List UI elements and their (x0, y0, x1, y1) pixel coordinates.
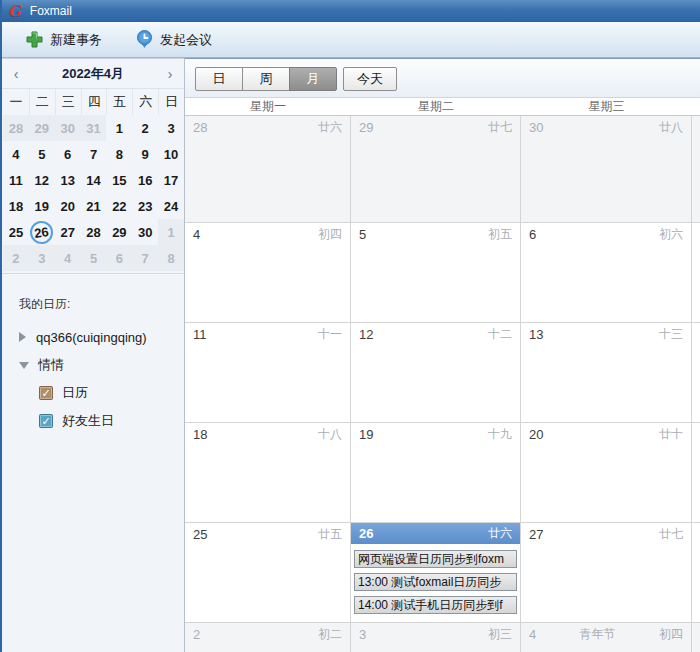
new-task-button[interactable]: 新建事务 (16, 26, 112, 54)
mini-calendar-row: 2526272829301 (2, 219, 184, 245)
mini-day-cell[interactable]: 18 (3, 193, 29, 219)
mini-day-cell[interactable]: 6 (106, 245, 132, 271)
calendar-checkbox[interactable]: ✓ (39, 386, 53, 400)
mini-day-cell[interactable]: 2 (3, 245, 29, 271)
calendar-day-cell[interactable]: 21廿一 (692, 423, 700, 522)
mini-day-cell[interactable]: 9 (132, 141, 158, 167)
calendar-day-cell[interactable]: 19十九 (351, 423, 521, 522)
event-item[interactable]: 网页端设置日历同步到foxm (354, 550, 517, 568)
calendar-item-birthday[interactable]: ✓ 好友生日 (2, 407, 184, 435)
mini-day-cell[interactable]: 29 (106, 219, 132, 245)
calendar-day-cell[interactable]: 6初六 (521, 223, 692, 322)
calendar-day-cell[interactable]: 4初四 (185, 223, 351, 322)
mini-day-cell[interactable]: 17 (158, 167, 184, 193)
mini-day-cell[interactable]: 7 (132, 245, 158, 271)
mini-day-cell[interactable]: 16 (132, 167, 158, 193)
calendar-day-cell[interactable]: 31廿九 (692, 116, 700, 222)
mini-day-cell[interactable]: 8 (106, 141, 132, 167)
mini-day-cell[interactable]: 3 (29, 245, 55, 271)
today-button[interactable]: 今天 (343, 67, 397, 91)
event-item[interactable]: 13:00 测试foxmail日历同步 (354, 573, 517, 591)
calendar-day-cell[interactable]: 11十一 (185, 323, 351, 422)
calendar-day-cell[interactable]: 13十三 (521, 323, 692, 422)
mini-day-cell[interactable]: 31 (81, 115, 107, 141)
view-button-周[interactable]: 周 (242, 67, 290, 91)
mini-day-cell[interactable]: 29 (29, 115, 55, 141)
mini-day-cell[interactable]: 10 (158, 141, 184, 167)
mini-day-cell[interactable]: 19 (29, 193, 55, 219)
calendar-day-cell[interactable]: 27廿七 (521, 523, 692, 622)
prev-month-arrow[interactable]: ‹ (2, 66, 30, 82)
date-number: 13 (529, 327, 543, 342)
start-meeting-button[interactable]: 发起会议 (126, 26, 222, 54)
date-number: 12 (359, 327, 373, 342)
calendar-day-cell[interactable]: 14十四 (692, 323, 700, 422)
foxmail-window: G Foxmail 新建事务 发起会议 ‹ (0, 0, 700, 652)
calendar-group-qingqing[interactable]: 情情 (2, 351, 184, 379)
calendar-day-cell[interactable]: 25廿五 (185, 523, 351, 622)
cell-header: 6初六 (521, 223, 691, 245)
mini-day-cell[interactable]: 13 (55, 167, 81, 193)
calendar-day-cell[interactable]: 28廿六 (185, 116, 351, 222)
selected-day-ring: 26 (29, 219, 55, 245)
mini-day-cell[interactable]: 5 (29, 141, 55, 167)
calendar-day-cell[interactable]: 7初七 (692, 223, 700, 322)
mini-day-cell[interactable]: 20 (55, 193, 81, 219)
mini-weekday-label: 二 (29, 89, 55, 115)
lunar-date: 初四 (318, 226, 342, 243)
calendar-day-cell[interactable]: 4青年节初四 (521, 623, 692, 652)
mini-day-cell[interactable]: 28 (81, 219, 107, 245)
mini-day-cell[interactable]: 12 (29, 167, 55, 193)
mini-day-cell[interactable]: 2 (132, 115, 158, 141)
mini-day-cell[interactable]: 4 (55, 245, 81, 271)
mini-day-cell[interactable]: 15 (106, 167, 132, 193)
calendar-item-label: 日历 (62, 384, 88, 402)
mini-day-cell[interactable]: 27 (55, 219, 81, 245)
mini-day-cell[interactable]: 6 (55, 141, 81, 167)
calendar-item-rili[interactable]: ✓ 日历 (2, 379, 184, 407)
mini-day-cell[interactable]: 5 (81, 245, 107, 271)
calendar-day-cell[interactable]: 12十二 (351, 323, 521, 422)
day-header-label: 星期三 (521, 98, 692, 115)
view-button-月[interactable]: 月 (289, 67, 337, 91)
calendar-day-cell[interactable]: 29廿七 (351, 116, 521, 222)
date-number: 2 (193, 627, 200, 642)
mini-day-cell[interactable]: 23 (132, 193, 158, 219)
sidebar: ‹ 2022年4月 › 一二三四五六日 28293031123456789101… (2, 58, 185, 652)
mini-day-cell[interactable]: 22 (106, 193, 132, 219)
mini-calendar-row: 11121314151617 (2, 167, 184, 193)
mini-day-cell[interactable]: 25 (3, 219, 29, 245)
mini-day-cell[interactable]: 8 (158, 245, 184, 271)
mini-day-cell[interactable]: 24 (158, 193, 184, 219)
mini-day-cell[interactable]: 28 (3, 115, 29, 141)
calendar-day-cell[interactable]: 5初五 (692, 623, 700, 652)
calendar-day-cell[interactable]: 5初五 (351, 223, 521, 322)
next-month-arrow[interactable]: › (156, 66, 184, 82)
calendar-day-cell[interactable]: 3初三 (351, 623, 521, 652)
mini-day-cell[interactable]: 7 (81, 141, 107, 167)
calendar-day-cell[interactable]: 18十八 (185, 423, 351, 522)
view-button-日[interactable]: 日 (195, 67, 243, 91)
calendar-day-cell[interactable]: 28廿八 (692, 523, 700, 622)
mini-day-cell[interactable]: 26 (29, 219, 55, 245)
calendar-group-qq366[interactable]: qq366(cuiqingqing) (2, 323, 184, 351)
calendar-day-cell[interactable]: 30廿八 (521, 116, 692, 222)
cell-header: 14十四 (692, 323, 700, 345)
mini-day-cell[interactable]: 1 (106, 115, 132, 141)
event-item[interactable]: 14:00 测试手机日历同步到f (354, 596, 517, 614)
calendar-day-cell[interactable]: 20廿十 (521, 423, 692, 522)
mini-day-cell[interactable]: 3 (158, 115, 184, 141)
calendar-day-cell[interactable]: 26廿六网页端设置日历同步到foxm13:00 测试foxmail日历同步14:… (351, 523, 521, 622)
mini-day-cell[interactable]: 21 (81, 193, 107, 219)
collapsed-arrow-icon[interactable] (19, 332, 26, 342)
mini-day-cell[interactable]: 14 (81, 167, 107, 193)
calendar-day-cell[interactable]: 2初二 (185, 623, 351, 652)
mini-day-cell[interactable]: 30 (55, 115, 81, 141)
lunar-date: 十三 (659, 326, 683, 343)
mini-day-cell[interactable]: 1 (158, 219, 184, 245)
mini-day-cell[interactable]: 11 (3, 167, 29, 193)
mini-day-cell[interactable]: 30 (132, 219, 158, 245)
calendar-checkbox[interactable]: ✓ (39, 414, 53, 428)
mini-day-cell[interactable]: 4 (3, 141, 29, 167)
expanded-arrow-icon[interactable] (19, 362, 29, 369)
